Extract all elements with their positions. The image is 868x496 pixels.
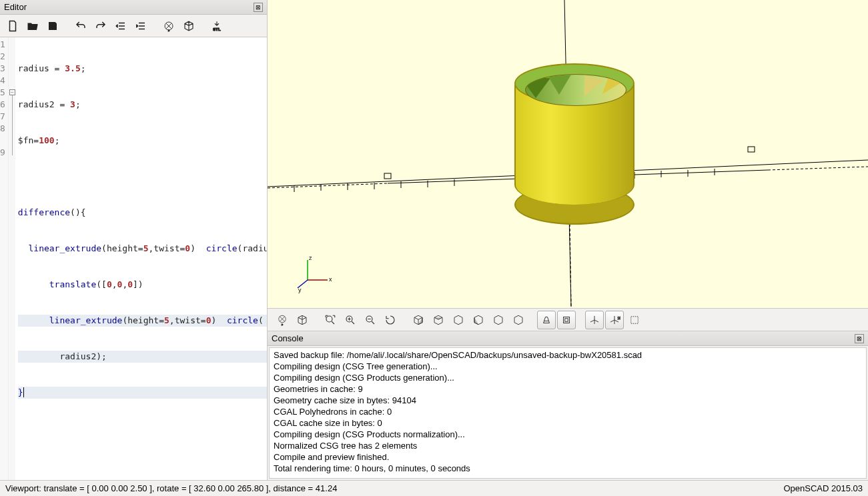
code-editor[interactable]: 1 2 3 4 5 6 7 8 9 − radius = 3.5; radius… [0, 37, 267, 480]
code-content[interactable]: radius = 3.5; radius2 = 3; $fn=100; diff… [15, 37, 267, 480]
axis-x-label: x [329, 276, 332, 283]
render-button[interactable] [180, 17, 197, 35]
render-icon[interactable] [293, 311, 312, 329]
console-line: Compiling design (CSG Tree generation)..… [274, 361, 862, 372]
status-app-version: OpenSCAD 2015.03 [783, 483, 863, 493]
viewport-toolbar: » 10 [268, 308, 868, 331]
redo-button[interactable] [92, 17, 109, 35]
console-close-button[interactable]: ⊠ [855, 334, 864, 343]
svg-rect-20 [384, 173, 391, 179]
console-line: CGAL Polyhedrons in cache: 0 [274, 406, 862, 417]
console-line: Total rendering time: 0 hours, 0 minutes… [274, 463, 862, 474]
svg-text:10: 10 [618, 316, 621, 319]
zoom-in-icon[interactable] [341, 311, 360, 329]
console-title: Console [272, 333, 304, 343]
orthogonal-icon[interactable] [557, 311, 576, 329]
3d-viewport[interactable]: x y z [268, 0, 868, 308]
svg-text:»: » [282, 322, 284, 326]
console-line: Compiling design (CSG Products generatio… [274, 372, 862, 383]
axis-y-label: y [298, 287, 302, 293]
svg-rect-33 [631, 316, 638, 323]
svg-rect-31 [565, 318, 568, 321]
axis-indicator: x y z [294, 253, 334, 293]
view-left-icon[interactable] [469, 311, 488, 329]
right-pane: x y z » [268, 0, 868, 480]
svg-line-5 [768, 167, 868, 170]
unindent-button[interactable] [112, 17, 129, 35]
svg-text:STL: STL [213, 27, 221, 31]
new-file-button[interactable] [4, 17, 21, 35]
indent-button[interactable] [132, 17, 149, 35]
rendered-model [514, 57, 634, 230]
console-line: Saved backup file: /home/ali/.local/shar… [274, 349, 862, 361]
zoom-out-icon[interactable] [361, 311, 380, 329]
zoom-fit-icon[interactable] [321, 311, 340, 329]
view-front-icon[interactable] [489, 311, 508, 329]
svg-rect-30 [564, 317, 570, 323]
export-stl-button[interactable]: STL [208, 17, 226, 35]
undo-button[interactable] [72, 17, 89, 35]
editor-toolbar: » STL [0, 15, 267, 37]
show-crosshairs-icon[interactable] [625, 311, 644, 329]
view-top-icon[interactable] [429, 311, 448, 329]
show-axes-icon[interactable] [585, 311, 604, 329]
fold-toggle-icon[interactable]: − [9, 89, 15, 95]
preview-button[interactable]: » [160, 17, 177, 35]
status-viewport-info: Viewport: translate = [ 0.00 0.00 2.50 ]… [5, 483, 337, 493]
editor-panel: Editor ⊠ » STL 1 2 3 4 5 6 [0, 0, 268, 480]
console-line: Compiling design (CSG Products normaliza… [274, 429, 862, 440]
line-gutter: 1 2 3 4 5 6 7 8 9 [0, 37, 9, 480]
preview-icon[interactable]: » [273, 311, 292, 329]
console-line: Compile and preview finished. [274, 451, 862, 463]
view-right-icon[interactable] [409, 311, 428, 329]
editor-titlebar: Editor ⊠ [0, 0, 267, 15]
console-line: Geometry cache size in bytes: 94104 [274, 395, 862, 406]
svg-text:»: » [168, 29, 170, 32]
axis-z-label: z [309, 255, 312, 261]
console-line: CGAL cache size in bytes: 0 [274, 417, 862, 429]
svg-point-27 [326, 316, 332, 322]
save-file-button[interactable] [44, 17, 61, 35]
console-titlebar: Console ⊠ [268, 331, 868, 346]
editor-close-button[interactable]: ⊠ [254, 3, 263, 12]
perspective-icon[interactable] [537, 311, 556, 329]
svg-rect-21 [748, 147, 755, 152]
status-bar: Viewport: translate = [ 0.00 0.00 2.50 ]… [0, 480, 868, 496]
fold-column: − [9, 37, 15, 480]
reset-view-icon[interactable] [381, 311, 400, 329]
open-file-button[interactable] [24, 17, 41, 35]
console-line: Geometries in cache: 9 [274, 383, 862, 395]
editor-title: Editor [4, 2, 27, 12]
view-back-icon[interactable] [509, 311, 528, 329]
console-output[interactable]: Saved backup file: /home/ali/.local/shar… [269, 347, 867, 479]
show-scale-icon[interactable]: 10 [605, 311, 624, 329]
view-bottom-icon[interactable] [449, 311, 468, 329]
console-panel: Console ⊠ Saved backup file: /home/ali/.… [268, 331, 868, 480]
console-line: Normalized CSG tree has 2 elements [274, 440, 862, 451]
